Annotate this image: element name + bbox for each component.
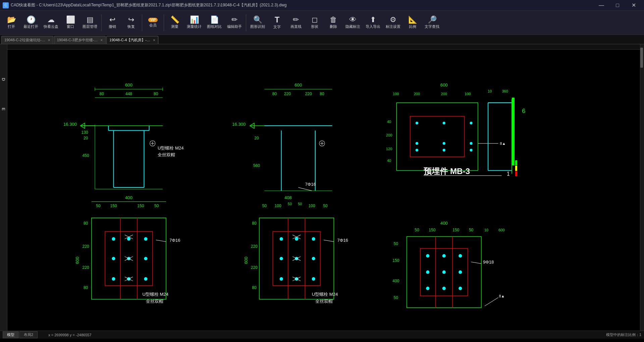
close-button[interactable]: ✕ — [626, 0, 641, 11]
ann-220-tm-1: 220 — [284, 92, 291, 96]
ann-150-br2: 150 — [452, 228, 459, 232]
tool-shape[interactable]: ◻ 形状 — [306, 12, 323, 33]
ann-600-br-right: 600 — [498, 228, 505, 232]
ann-80-tl-l: 80 — [99, 92, 104, 96]
tool-edit-assist[interactable]: ✏ 编辑助手 — [225, 12, 244, 33]
ann-40-tr-v2: 40 — [387, 159, 391, 163]
tool-scale[interactable]: 📐 比例 — [404, 12, 421, 33]
tool-compare[interactable]: 📄 图纸对比 — [205, 12, 224, 33]
ann-408-bm: 408 — [284, 195, 292, 200]
ann-150-br-v: 150 — [392, 258, 399, 263]
mark-setting-icon: ⚙ — [390, 16, 396, 23]
tool-cloud[interactable]: ☁ 快看云盘 — [42, 12, 60, 33]
svg-point-75 — [312, 257, 315, 260]
maximize-button[interactable]: □ — [610, 0, 625, 11]
tool-text[interactable]: T 文字 — [268, 12, 286, 33]
toolbar-sep-3 — [164, 14, 164, 31]
ann-50-bm4: 50 — [298, 202, 302, 206]
svg-rect-105 — [515, 160, 517, 165]
ann-8-br: 8▲ — [499, 294, 504, 298]
svg-rect-32 — [410, 116, 465, 157]
tool-draw-line-label: 画直线 — [290, 24, 302, 29]
titlebar-left: C CAD快速看图 - C:\Users\123\AppData\Local\T… — [3, 2, 286, 8]
svg-rect-44 — [512, 98, 515, 165]
cloud-icon: ☁ — [47, 16, 55, 23]
tool-mark-setting[interactable]: ⚙ 标注设置 — [384, 12, 402, 33]
layout2-tab[interactable]: 布局2 — [19, 331, 38, 338]
tool-import-export[interactable]: ⬆ 导入导出 — [364, 12, 382, 33]
ann-600-tm: 600 — [294, 82, 302, 88]
tool-measure-stat[interactable]: 📊 测量统计 — [185, 12, 204, 33]
tool-delete-label: 删除 — [330, 24, 337, 29]
draw-line-icon: ✏ — [293, 16, 299, 23]
svg-rect-31 — [396, 103, 478, 170]
svg-point-96 — [426, 287, 429, 290]
tool-shape-id-label: 图形识别 — [250, 24, 265, 29]
tab-2-close[interactable]: × — [100, 38, 103, 43]
svg-point-56 — [112, 277, 115, 281]
ann-150-br1: 150 — [429, 228, 435, 232]
ann-400-br-v: 400 — [392, 279, 399, 283]
toolbar-sep-1 — [101, 14, 102, 31]
ann-448-tl: 448 — [125, 92, 132, 96]
tool-recent[interactable]: 🕐 最近打开 — [21, 12, 40, 33]
tab-2[interactable]: 19048-C-3肥乡中控楼-… × — [54, 36, 106, 44]
model-tab[interactable]: 模型 — [3, 331, 19, 338]
ann-80-tm-r: 80 — [320, 92, 324, 96]
ann-220-bl-v2: 220 — [83, 265, 89, 270]
measure-icon: 📏 — [170, 16, 179, 23]
svg-point-35 — [470, 122, 473, 124]
ann-600-tl: 600 — [125, 82, 132, 88]
tool-edit-assist-label: 编辑助手 — [227, 24, 242, 29]
tab-3-close[interactable]: × — [153, 38, 155, 43]
tool-window-label: 窗口 — [67, 24, 74, 29]
tool-measure[interactable]: 📏 测量 — [166, 12, 183, 33]
measure-stat-icon: 📊 — [190, 16, 199, 23]
ann-80-tl-r: 80 — [154, 92, 158, 96]
tool-layers[interactable]: ▤ 图层管理 — [80, 12, 99, 33]
layout-tabs[interactable]: 模型 布局2 — [3, 331, 38, 338]
recent-icon: 🕐 — [26, 16, 36, 23]
tool-compare-label: 图纸对比 — [207, 24, 222, 29]
tool-recent-label: 最近打开 — [23, 24, 38, 29]
titlebar-controls[interactable]: — □ ✕ — [594, 0, 641, 11]
tool-hide-mark[interactable]: 👁 隐藏标注 — [343, 12, 362, 33]
tool-delete[interactable]: 🗑 删除 — [325, 12, 342, 33]
tool-vip[interactable]: VIP 会员 — [144, 12, 162, 33]
tool-undo[interactable]: ↩ 撤销 — [104, 12, 121, 33]
ann-150-bl2: 150 — [137, 204, 144, 208]
tool-redo[interactable]: ↪ 恢复 — [122, 12, 140, 33]
svg-line-100 — [485, 297, 498, 306]
ann-360-tr: 360 — [502, 89, 508, 93]
ann-600-tr: 600 — [440, 82, 448, 88]
svg-point-36 — [416, 142, 418, 145]
ann-ubolt-tl: U型螺栓 M24 — [158, 146, 184, 151]
tool-scale-label: 比例 — [409, 24, 416, 29]
svg-rect-106 — [515, 166, 517, 171]
svg-point-71 — [295, 237, 298, 241]
svg-point-40 — [443, 149, 445, 152]
tool-open[interactable]: 📂 打开 — [3, 12, 20, 33]
ann-220-bl-v1: 220 — [83, 244, 89, 249]
tab-1-close[interactable]: × — [48, 38, 50, 43]
svg-point-34 — [443, 122, 445, 124]
tool-text-find[interactable]: 🔎 文字查找 — [423, 12, 441, 33]
scale-icon: 📐 — [408, 16, 417, 23]
ann-6-right: 6 — [522, 108, 525, 114]
ann-thread-bm: 全丝双帽 — [315, 299, 333, 304]
ann-16300-tl: 16.300 — [63, 122, 77, 127]
tool-window[interactable]: ⬜ 窗口 — [62, 12, 79, 33]
ann-80-bm-bot: 80 — [252, 285, 257, 290]
svg-line-30 — [298, 187, 312, 191]
minimize-button[interactable]: — — [594, 0, 609, 11]
tool-shape-id[interactable]: 🔍 图形识别 — [248, 12, 267, 33]
tab-3[interactable]: 19048-C-4【汽机房】-… × — [106, 36, 158, 44]
tab-1[interactable]: 19048-C-2垃圾储坑结-… × — [1, 36, 53, 44]
tool-vip-label: 会员 — [149, 23, 157, 28]
canvas-area[interactable]: D E 600 80 448 80 16.300 — [0, 44, 644, 331]
ann-16300-tm: 16.300 — [232, 122, 246, 127]
shape-icon: ◻ — [312, 16, 318, 23]
cad-drawing[interactable]: 600 80 448 80 16.300 130 20 450 U型螺栓 M24… — [0, 44, 644, 331]
tool-cloud-label: 快看云盘 — [44, 24, 58, 29]
tool-draw-line[interactable]: ✏ 画直线 — [287, 12, 305, 33]
